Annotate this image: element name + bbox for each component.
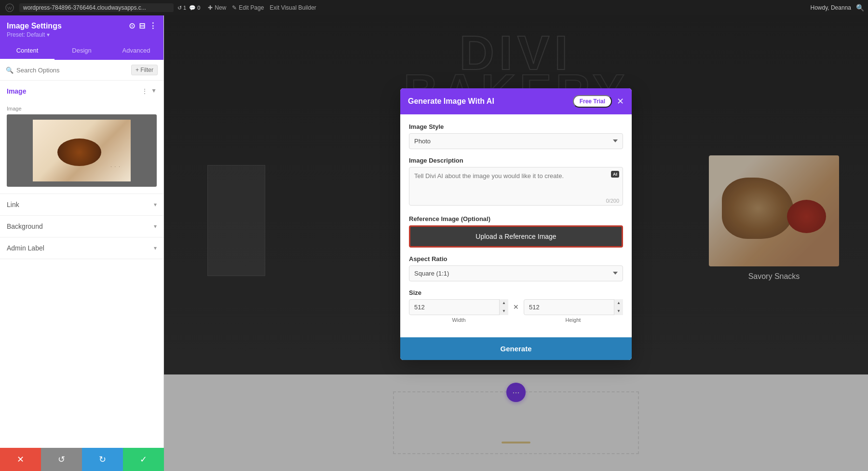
background-section-header[interactable]: Background ▾: [0, 216, 163, 237]
image-label: Image: [7, 106, 157, 111]
link-section: Link ▾: [0, 194, 163, 216]
bottom-action-bar: ✕ ↺ ↻ ✓: [0, 448, 164, 471]
modal-body: Image Style Photo Image Description AI 0…: [400, 114, 632, 331]
aspect-ratio-group: Aspect Ratio Square (1:1): [409, 255, 623, 281]
main-layout: Image Settings ⊙ ⊟ ⋮ Preset: Default ▾ C…: [0, 15, 868, 471]
height-spinners: ▲ ▼: [614, 299, 623, 315]
modal-header: Generate Image With AI Free Trial ✕: [400, 88, 632, 114]
left-panel: Image Settings ⊙ ⊟ ⋮ Preset: Default ▾ C…: [0, 15, 164, 471]
char-count: 0/200: [606, 198, 619, 204]
link-section-chevron-icon[interactable]: ▾: [154, 201, 157, 208]
image-preview-area: Image: [0, 102, 163, 194]
size-labels: Width Height: [409, 317, 623, 323]
target-icon[interactable]: ⊙: [129, 21, 135, 30]
textarea-wrapper: AI 0/200: [409, 167, 623, 208]
bar-right: Howdy, Deanna 🔍: [811, 4, 865, 12]
cancel-button[interactable]: ✕: [0, 448, 41, 471]
width-up-spinner[interactable]: ▲: [500, 299, 508, 307]
image-style-label: Image Style: [409, 123, 623, 130]
panel-tabs: Content Design Advanced: [0, 42, 163, 60]
admin-bar: W wordpress-784896-3766464.cloudwaysapps…: [0, 0, 868, 15]
canvas-area: DIVI BAKERY Savory Snacks ··· Generate I…: [164, 15, 868, 471]
search-icon: 🔍: [6, 67, 14, 74]
generate-image-modal: Generate Image With AI Free Trial ✕ Imag…: [400, 88, 632, 360]
redo-button[interactable]: ↻: [82, 448, 123, 471]
background-section-chevron-icon[interactable]: ▾: [154, 223, 157, 230]
more-icon[interactable]: ⋮: [149, 21, 157, 30]
width-label: Width: [409, 317, 509, 323]
image-style-select[interactable]: Photo: [409, 133, 623, 149]
user-greeting: Howdy, Deanna: [811, 4, 852, 11]
tab-design[interactable]: Design: [54, 42, 109, 60]
generate-button[interactable]: Generate: [400, 337, 632, 360]
refresh-icon[interactable]: ↺ 1: [177, 5, 186, 11]
bar-icons: ↺ 1 💬 0: [177, 5, 200, 11]
image-section-header[interactable]: Image ⋮ ▲: [0, 81, 163, 102]
redo-icon: ↻: [99, 454, 106, 465]
pencil-icon: ✎: [232, 4, 237, 11]
image-style-group: Image Style Photo: [409, 123, 623, 149]
section-icons: ⋮ ▲: [141, 87, 157, 95]
upload-reference-button[interactable]: Upload a Reference Image: [409, 225, 623, 248]
svg-text:W: W: [7, 5, 12, 11]
image-description-group: Image Description AI 0/200: [409, 157, 623, 208]
reference-image-group: Reference Image (Optional) Upload a Refe…: [409, 215, 623, 248]
size-x-separator: ✕: [513, 303, 519, 311]
edit-page-btn[interactable]: ✎ Edit Page: [232, 4, 264, 11]
save-icon: ✓: [140, 454, 147, 465]
image-section: Image ⋮ ▲ Image: [0, 81, 163, 194]
tab-content[interactable]: Content: [0, 42, 54, 60]
image-preview: [7, 114, 157, 187]
panel-search: 🔍 + Filter: [0, 60, 163, 81]
image-section-chevron-icon[interactable]: ▲: [151, 88, 157, 95]
wp-logo-icon: W: [4, 2, 15, 14]
aspect-ratio-select[interactable]: Square (1:1): [409, 265, 623, 281]
height-input-wrapper: ▲ ▼: [524, 299, 623, 315]
site-url: wordpress-784896-3766464.cloudwaysapps.c…: [19, 3, 174, 12]
height-input[interactable]: [524, 299, 623, 315]
admin-label-section-header[interactable]: Admin Label ▾: [0, 237, 163, 259]
link-section-header[interactable]: Link ▾: [0, 194, 163, 215]
modal-header-right: Free Trial ✕: [573, 95, 624, 108]
tab-advanced[interactable]: Advanced: [109, 42, 163, 60]
cancel-icon: ✕: [17, 454, 24, 465]
preset-label: Preset: Default: [7, 31, 45, 38]
panel-title-row: Image Settings ⊙ ⊟ ⋮: [7, 21, 157, 30]
width-input-wrapper: ▲ ▼: [409, 299, 508, 315]
panel-title-text: Image Settings: [7, 22, 62, 30]
grid-icon[interactable]: ⊟: [139, 21, 145, 30]
save-button[interactable]: ✓: [123, 448, 164, 471]
preset-selector[interactable]: Preset: Default ▾: [7, 31, 157, 38]
size-label: Size: [409, 289, 623, 296]
bar-actions: ✚ New ✎ Edit Page Exit Visual Builder: [208, 4, 316, 11]
food-image-thumbnail: [33, 120, 130, 181]
size-row: ▲ ▼ ✕ ▲ ▼: [409, 299, 623, 315]
size-x-label-spacer: [509, 317, 523, 323]
width-input[interactable]: [409, 299, 508, 315]
preset-chevron-icon: ▾: [47, 31, 50, 38]
filter-button[interactable]: + Filter: [131, 65, 158, 75]
height-up-spinner[interactable]: ▲: [614, 299, 623, 307]
undo-button[interactable]: ↺: [41, 448, 82, 471]
plus-icon: ✚: [208, 4, 213, 11]
exit-visual-builder-btn[interactable]: Exit Visual Builder: [270, 4, 316, 11]
search-input[interactable]: [16, 67, 128, 74]
admin-label-section-title: Admin Label: [7, 244, 44, 252]
height-label: Height: [523, 317, 623, 323]
description-textarea[interactable]: [409, 167, 623, 206]
modal-title: Generate Image With AI: [408, 97, 494, 106]
reference-image-label: Reference Image (Optional): [409, 215, 623, 222]
admin-label-section: Admin Label ▾: [0, 237, 163, 259]
image-description-label: Image Description: [409, 157, 623, 164]
undo-icon: ↺: [58, 454, 65, 465]
free-trial-badge[interactable]: Free Trial: [573, 95, 612, 108]
link-section-title: Link: [7, 201, 19, 208]
width-down-spinner[interactable]: ▼: [500, 307, 508, 315]
search-icon[interactable]: 🔍: [856, 4, 864, 12]
new-btn[interactable]: ✚ New: [208, 4, 226, 11]
comment-icon[interactable]: 💬 0: [189, 5, 200, 11]
modal-close-button[interactable]: ✕: [617, 97, 624, 106]
section-more-icon[interactable]: ⋮: [141, 87, 148, 95]
height-down-spinner[interactable]: ▼: [614, 307, 623, 315]
admin-label-section-chevron-icon[interactable]: ▾: [154, 245, 157, 251]
